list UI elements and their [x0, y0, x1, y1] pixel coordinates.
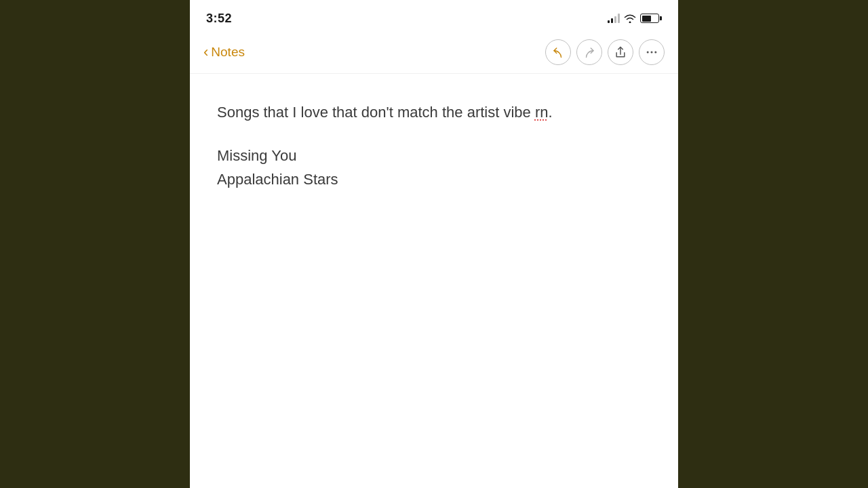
share-icon	[614, 45, 627, 59]
nav-actions	[545, 39, 665, 65]
note-list: Missing You Appalachian Stars	[217, 144, 651, 191]
more-button[interactable]	[639, 39, 665, 65]
list-item: Appalachian Stars	[217, 167, 651, 191]
signal-bar-1	[608, 20, 610, 23]
back-button[interactable]: ‹ Notes	[203, 45, 545, 60]
battery-fill	[642, 16, 652, 22]
undo-button[interactable]	[545, 39, 571, 65]
nav-bar: ‹ Notes	[190, 34, 678, 74]
left-panel	[0, 0, 190, 488]
signal-bar-2	[611, 18, 613, 23]
status-icons	[608, 14, 662, 23]
chevron-left-icon: ‹	[203, 45, 208, 60]
battery-tip	[660, 16, 662, 20]
undo-icon	[552, 46, 564, 58]
wifi-icon	[624, 14, 636, 23]
signal-bar-4	[618, 14, 620, 23]
redo-icon	[583, 46, 595, 58]
svg-point-1	[651, 52, 653, 54]
battery-body	[640, 14, 659, 23]
redo-button[interactable]	[576, 39, 602, 65]
note-content[interactable]: Songs that I love that don't match the a…	[190, 74, 678, 488]
status-bar: 3:52	[190, 0, 678, 34]
note-title-highlight: rn	[535, 104, 549, 121]
note-title: Songs that I love that don't match the a…	[217, 101, 651, 123]
list-item: Missing You	[217, 144, 651, 167]
ellipsis-icon	[645, 45, 658, 59]
signal-icon	[608, 14, 620, 23]
back-label: Notes	[211, 45, 245, 60]
status-time: 3:52	[206, 12, 232, 26]
svg-point-0	[647, 52, 649, 54]
phone-screen: 3:52 ‹	[190, 0, 678, 488]
svg-point-2	[654, 52, 656, 54]
note-title-text: Songs that I love that don't match the a…	[217, 104, 553, 121]
signal-bar-3	[614, 16, 616, 23]
battery-icon	[640, 14, 662, 23]
right-panel	[678, 0, 868, 488]
share-button[interactable]	[608, 39, 633, 65]
